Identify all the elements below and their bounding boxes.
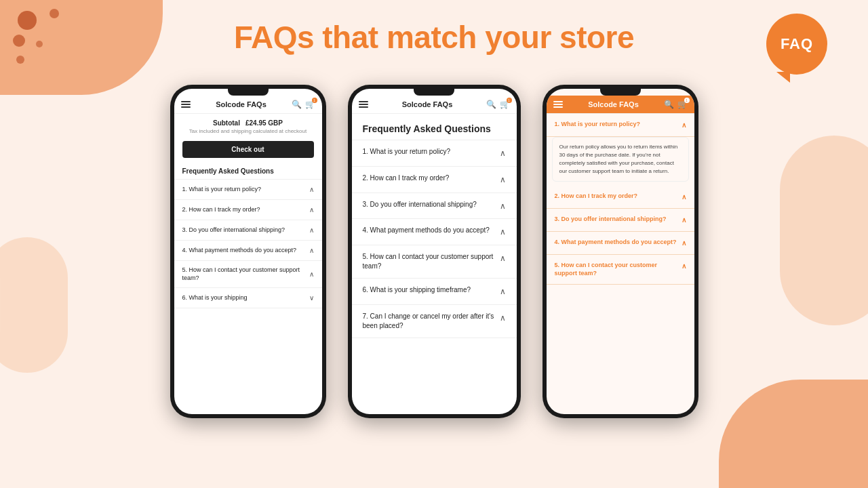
- chevron-up-icon-p2-5: ∧: [500, 253, 506, 264]
- checkout-button[interactable]: Check out: [182, 141, 314, 158]
- faq-item-3[interactable]: 3. Do you offer international shipping? …: [174, 220, 322, 241]
- phones-wrapper: Solcode FAQs 🔍 🛒 1 Subtotal £24.95 GBP T…: [0, 85, 868, 418]
- faq2-item-7[interactable]: 7. Can I change or cancel my order after…: [352, 305, 517, 338]
- phone-1-notch: [228, 89, 269, 96]
- hamburger-icon-2[interactable]: [359, 101, 368, 108]
- chevron-up-icon-p3-3: ∧: [682, 216, 686, 224]
- faq3-item-5[interactable]: 5. How can I contact your customer suppo…: [547, 255, 694, 285]
- chevron-up-icon: ∧: [309, 185, 314, 194]
- search-icon-2[interactable]: 🔍: [487, 100, 496, 109]
- cart-badge: 1: [312, 98, 317, 103]
- faq2-item-1[interactable]: 1. What is your return policy? ∧: [352, 140, 517, 167]
- faq2-item-6[interactable]: 6. What is your shipping timeframe? ∧: [352, 279, 517, 305]
- subtotal-amount: £24.95 GBP: [245, 119, 283, 127]
- chevron-up-icon-p2-7: ∧: [500, 312, 506, 324]
- faq3-item-2[interactable]: 2. How can I track my order? ∧: [547, 186, 694, 209]
- cart-badge-2: 1: [507, 98, 512, 103]
- chevron-up-icon-p2-1: ∧: [500, 148, 506, 159]
- phone-1: Solcode FAQs 🔍 🛒 1 Subtotal £24.95 GBP T…: [170, 85, 326, 418]
- phone-2-nav-title: Solcode FAQs: [368, 100, 487, 108]
- phone-2-notch: [414, 89, 454, 96]
- tax-note: Tax included and shipping calculated at …: [182, 128, 314, 134]
- cart-badge-3: 1: [684, 98, 690, 103]
- faq3-item-4[interactable]: 4. What payment methods do you accept? ∧: [547, 232, 694, 255]
- cart-icon[interactable]: 🛒 1: [306, 100, 315, 109]
- faq-item-4[interactable]: 4. What payment methods do you accept? ∧: [174, 241, 322, 261]
- chevron-up-icon-p2-6: ∧: [500, 286, 506, 298]
- faq-item-2[interactable]: 2. How can I track my order? ∧: [174, 200, 322, 220]
- phone-3: Solcode FAQs 🔍 🛒 1 1. What is your retur…: [542, 85, 698, 418]
- phone-1-screen: Solcode FAQs 🔍 🛒 1 Subtotal £24.95 GBP T…: [174, 89, 322, 414]
- chevron-up-icon-2: ∧: [309, 205, 314, 214]
- chevron-up-icon-p3-1: ∧: [682, 121, 686, 129]
- chevron-up-icon-p2-4: ∧: [500, 226, 506, 238]
- main-title: FAQs that match your store: [0, 19, 868, 56]
- faq-answer-1: Our return policy allows you to return i…: [552, 137, 689, 182]
- chevron-up-icon-5: ∧: [309, 270, 314, 279]
- phone-3-screen: Solcode FAQs 🔍 🛒 1 1. What is your retur…: [547, 89, 694, 414]
- subtotal-label: Subtotal: [213, 119, 240, 127]
- faq2-item-2[interactable]: 2. How can I track my order? ∧: [352, 167, 517, 193]
- chevron-up-icon-p3-4: ∧: [682, 239, 686, 247]
- hamburger-icon[interactable]: [181, 101, 191, 108]
- svg-point-4: [16, 56, 24, 64]
- faq3-item-1[interactable]: 1. What is your return policy? ∧: [547, 114, 694, 137]
- phone-3-navbar: Solcode FAQs 🔍 🛒 1: [547, 96, 694, 114]
- phone-2-navbar: Solcode FAQs 🔍 🛒 1: [352, 96, 517, 114]
- phone-2: Solcode FAQs 🔍 🛒 1 Frequently Asked Ques…: [348, 85, 521, 418]
- faq-section-heading: Frequently Asked Questions: [174, 162, 322, 180]
- cart-icon-2[interactable]: 🛒 1: [500, 100, 510, 109]
- phone-2-screen: Solcode FAQs 🔍 🛒 1 Frequently Asked Ques…: [352, 89, 517, 414]
- chevron-up-icon-3: ∧: [309, 226, 314, 235]
- faq2-item-5[interactable]: 5. How can I contact your customer suppo…: [352, 245, 517, 279]
- svg-point-1: [50, 9, 59, 18]
- chevron-up-icon-p3-5: ∧: [682, 262, 686, 270]
- faq-item-5[interactable]: 5. How can I contact your customer suppo…: [174, 261, 322, 288]
- phone-3-notch: [600, 89, 641, 96]
- faq2-item-3[interactable]: 3. Do you offer international shipping? …: [352, 193, 517, 220]
- chevron-up-icon-4: ∧: [309, 246, 314, 255]
- chevron-down-icon-6: ∨: [309, 293, 314, 302]
- phone-1-nav-title: Solcode FAQs: [191, 100, 292, 108]
- faq2-item-4[interactable]: 4. What payment methods do you accept? ∧: [352, 219, 517, 245]
- faq3-item-3[interactable]: 3. Do you offer international shipping? …: [547, 209, 694, 232]
- hamburger-icon-3[interactable]: [553, 101, 563, 108]
- search-icon[interactable]: 🔍: [292, 100, 302, 109]
- phone-1-navbar: Solcode FAQs 🔍 🛒 1: [174, 96, 322, 114]
- phone-3-nav-title: Solcode FAQs: [563, 100, 665, 108]
- chevron-up-icon-p2-2: ∧: [500, 174, 506, 186]
- chevron-up-icon-p2-3: ∧: [500, 201, 506, 212]
- faq-item-6[interactable]: 6. What is your shipping ∨: [174, 288, 322, 308]
- chevron-up-icon-p3-2: ∧: [682, 192, 686, 201]
- subtotal-area: Subtotal £24.95 GBP Tax included and shi…: [174, 114, 322, 137]
- faq-page-title: Frequently Asked Questions: [352, 114, 517, 140]
- search-icon-3[interactable]: 🔍: [665, 100, 674, 109]
- faq-item-1[interactable]: 1. What is your return policy? ∧: [174, 180, 322, 200]
- cart-icon-3[interactable]: 🛒 1: [678, 100, 688, 109]
